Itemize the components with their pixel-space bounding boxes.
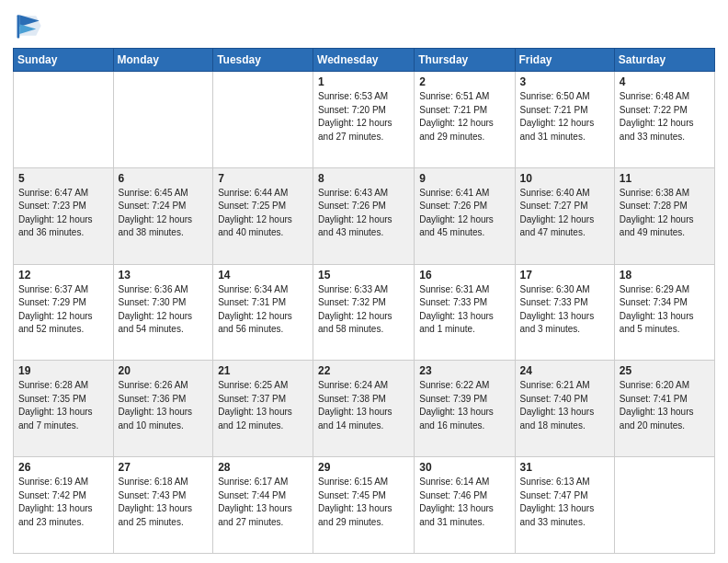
svg-rect-2 — [17, 15, 20, 38]
day-number: 26 — [18, 461, 108, 474]
calendar-cell: 30Sunrise: 6:14 AM Sunset: 7:46 PM Dayli… — [415, 457, 515, 554]
weekday-header-wednesday: Wednesday — [313, 49, 415, 72]
calendar-week-3: 12Sunrise: 6:37 AM Sunset: 7:29 PM Dayli… — [14, 264, 715, 361]
calendar-cell: 19Sunrise: 6:28 AM Sunset: 7:35 PM Dayli… — [14, 361, 114, 457]
calendar-cell: 4Sunrise: 6:48 AM Sunset: 7:22 PM Daylig… — [614, 72, 714, 168]
calendar-cell: 9Sunrise: 6:41 AM Sunset: 7:26 PM Daylig… — [415, 167, 515, 264]
day-number: 8 — [318, 172, 409, 185]
page: SundayMondayTuesdayWednesdayThursdayFrid… — [0, 0, 728, 563]
weekday-header-friday: Friday — [515, 49, 614, 72]
day-info: Sunrise: 6:31 AM Sunset: 7:33 PM Dayligh… — [419, 283, 509, 337]
day-info: Sunrise: 6:38 AM Sunset: 7:28 PM Dayligh… — [620, 187, 710, 240]
day-info: Sunrise: 6:40 AM Sunset: 7:27 PM Dayligh… — [520, 187, 609, 240]
day-info: Sunrise: 6:21 AM Sunset: 7:40 PM Dayligh… — [520, 379, 609, 432]
day-info: Sunrise: 6:51 AM Sunset: 7:21 PM Dayligh… — [419, 90, 509, 144]
weekday-header-sunday: Sunday — [14, 49, 114, 72]
day-info: Sunrise: 6:18 AM Sunset: 7:43 PM Dayligh… — [119, 476, 209, 529]
day-info: Sunrise: 6:43 AM Sunset: 7:26 PM Dayligh… — [318, 187, 409, 240]
calendar-cell — [113, 72, 213, 168]
day-number: 15 — [318, 269, 409, 282]
day-number: 20 — [119, 364, 209, 377]
day-info: Sunrise: 6:41 AM Sunset: 7:26 PM Dayligh… — [419, 187, 509, 240]
day-number: 1 — [318, 75, 409, 88]
day-info: Sunrise: 6:13 AM Sunset: 7:47 PM Dayligh… — [520, 476, 609, 529]
day-number: 16 — [419, 269, 509, 282]
calendar-cell: 22Sunrise: 6:24 AM Sunset: 7:38 PM Dayli… — [313, 361, 415, 457]
day-info: Sunrise: 6:36 AM Sunset: 7:30 PM Dayligh… — [119, 283, 209, 337]
day-number: 29 — [318, 461, 409, 474]
day-number: 7 — [218, 172, 308, 185]
day-number: 11 — [620, 172, 710, 185]
day-number: 9 — [419, 172, 509, 185]
day-number: 28 — [218, 461, 308, 474]
weekday-header-saturday: Saturday — [614, 49, 714, 72]
day-info: Sunrise: 6:29 AM Sunset: 7:34 PM Dayligh… — [620, 283, 710, 337]
day-info: Sunrise: 6:30 AM Sunset: 7:33 PM Dayligh… — [520, 283, 609, 337]
day-number: 24 — [520, 364, 609, 377]
day-number: 31 — [520, 461, 609, 474]
calendar-week-4: 19Sunrise: 6:28 AM Sunset: 7:35 PM Dayli… — [14, 361, 715, 457]
weekday-header-thursday: Thursday — [415, 49, 515, 72]
day-number: 5 — [18, 172, 108, 185]
day-number: 12 — [18, 269, 108, 282]
calendar-cell — [14, 72, 114, 168]
day-info: Sunrise: 6:50 AM Sunset: 7:21 PM Dayligh… — [520, 90, 609, 144]
day-number: 14 — [218, 269, 308, 282]
day-number: 6 — [119, 172, 209, 185]
weekday-header-row: SundayMondayTuesdayWednesdayThursdayFrid… — [14, 49, 715, 72]
calendar-cell: 12Sunrise: 6:37 AM Sunset: 7:29 PM Dayli… — [14, 264, 114, 361]
day-number: 30 — [419, 461, 509, 474]
day-info: Sunrise: 6:47 AM Sunset: 7:23 PM Dayligh… — [18, 187, 108, 240]
logo-icon — [13, 9, 46, 42]
calendar-cell: 10Sunrise: 6:40 AM Sunset: 7:27 PM Dayli… — [515, 167, 614, 264]
day-info: Sunrise: 6:20 AM Sunset: 7:41 PM Dayligh… — [620, 379, 710, 432]
calendar-cell: 2Sunrise: 6:51 AM Sunset: 7:21 PM Daylig… — [415, 72, 515, 168]
day-info: Sunrise: 6:22 AM Sunset: 7:39 PM Dayligh… — [419, 379, 509, 432]
calendar-cell: 3Sunrise: 6:50 AM Sunset: 7:21 PM Daylig… — [515, 72, 614, 168]
weekday-header-tuesday: Tuesday — [213, 49, 313, 72]
calendar-cell: 23Sunrise: 6:22 AM Sunset: 7:39 PM Dayli… — [415, 361, 515, 457]
calendar-cell: 26Sunrise: 6:19 AM Sunset: 7:42 PM Dayli… — [14, 457, 114, 554]
calendar-cell: 24Sunrise: 6:21 AM Sunset: 7:40 PM Dayli… — [515, 361, 614, 457]
day-info: Sunrise: 6:44 AM Sunset: 7:25 PM Dayligh… — [218, 187, 308, 240]
day-info: Sunrise: 6:17 AM Sunset: 7:44 PM Dayligh… — [218, 476, 308, 529]
day-info: Sunrise: 6:45 AM Sunset: 7:24 PM Dayligh… — [119, 187, 209, 240]
day-number: 2 — [419, 75, 509, 88]
calendar-cell: 31Sunrise: 6:13 AM Sunset: 7:47 PM Dayli… — [515, 457, 614, 554]
day-number: 27 — [119, 461, 209, 474]
header — [13, 9, 715, 42]
day-number: 10 — [520, 172, 609, 185]
calendar-cell — [213, 72, 313, 168]
day-number: 17 — [520, 269, 609, 282]
calendar-cell: 18Sunrise: 6:29 AM Sunset: 7:34 PM Dayli… — [614, 264, 714, 361]
calendar-cell: 15Sunrise: 6:33 AM Sunset: 7:32 PM Dayli… — [313, 264, 415, 361]
day-number: 4 — [620, 75, 710, 88]
calendar-week-1: 1Sunrise: 6:53 AM Sunset: 7:20 PM Daylig… — [14, 72, 715, 168]
calendar-table: SundayMondayTuesdayWednesdayThursdayFrid… — [13, 48, 715, 554]
calendar-cell: 1Sunrise: 6:53 AM Sunset: 7:20 PM Daylig… — [313, 72, 415, 168]
day-info: Sunrise: 6:24 AM Sunset: 7:38 PM Dayligh… — [318, 379, 409, 432]
day-number: 25 — [620, 364, 710, 377]
day-info: Sunrise: 6:15 AM Sunset: 7:45 PM Dayligh… — [318, 476, 409, 529]
weekday-header-monday: Monday — [113, 49, 213, 72]
day-number: 23 — [419, 364, 509, 377]
day-info: Sunrise: 6:53 AM Sunset: 7:20 PM Dayligh… — [318, 90, 409, 144]
day-info: Sunrise: 6:37 AM Sunset: 7:29 PM Dayligh… — [18, 283, 108, 337]
calendar-cell: 21Sunrise: 6:25 AM Sunset: 7:37 PM Dayli… — [213, 361, 313, 457]
day-number: 18 — [620, 269, 710, 282]
day-info: Sunrise: 6:19 AM Sunset: 7:42 PM Dayligh… — [18, 476, 108, 529]
day-info: Sunrise: 6:34 AM Sunset: 7:31 PM Dayligh… — [218, 283, 308, 337]
calendar-cell: 7Sunrise: 6:44 AM Sunset: 7:25 PM Daylig… — [213, 167, 313, 264]
calendar-cell: 17Sunrise: 6:30 AM Sunset: 7:33 PM Dayli… — [515, 264, 614, 361]
day-info: Sunrise: 6:14 AM Sunset: 7:46 PM Dayligh… — [419, 476, 509, 529]
day-info: Sunrise: 6:48 AM Sunset: 7:22 PM Dayligh… — [620, 90, 710, 144]
calendar-cell: 16Sunrise: 6:31 AM Sunset: 7:33 PM Dayli… — [415, 264, 515, 361]
calendar-cell: 28Sunrise: 6:17 AM Sunset: 7:44 PM Dayli… — [213, 457, 313, 554]
calendar-cell: 29Sunrise: 6:15 AM Sunset: 7:45 PM Dayli… — [313, 457, 415, 554]
day-number: 3 — [520, 75, 609, 88]
day-info: Sunrise: 6:26 AM Sunset: 7:36 PM Dayligh… — [119, 379, 209, 432]
calendar-cell: 20Sunrise: 6:26 AM Sunset: 7:36 PM Dayli… — [113, 361, 213, 457]
day-number: 19 — [18, 364, 108, 377]
day-number: 22 — [318, 364, 409, 377]
calendar-cell: 25Sunrise: 6:20 AM Sunset: 7:41 PM Dayli… — [614, 361, 714, 457]
